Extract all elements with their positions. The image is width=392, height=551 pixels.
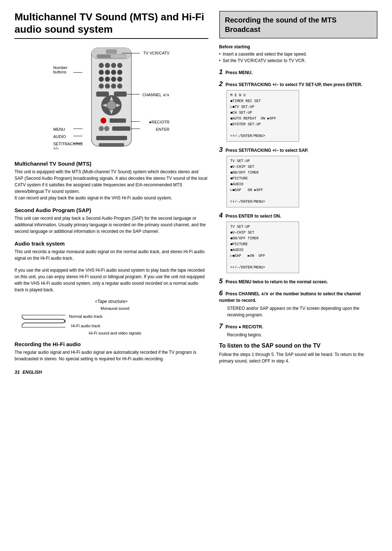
svg-rect-22	[96, 92, 109, 97]
mts-text: This unit is equipped with the MTS (Mult…	[15, 169, 208, 201]
step-6-num: 6	[219, 289, 223, 297]
svg-point-12	[111, 70, 116, 75]
sap-section: Second Audio Program (SAP) This unit can…	[15, 207, 208, 235]
svg-point-14	[99, 77, 104, 82]
step-2-num: 2	[219, 80, 223, 88]
svg-rect-23	[114, 92, 127, 97]
step-7-num: 7	[219, 323, 223, 330]
svg-point-33	[104, 126, 109, 131]
label-rec-otr: ●REC/OTR	[149, 120, 170, 124]
svg-point-30	[101, 118, 106, 123]
svg-point-19	[105, 84, 110, 89]
step-2-text: Press SET/TRACKING +/– to select TV SET-…	[225, 82, 362, 87]
svg-point-11	[105, 70, 110, 75]
svg-point-32	[99, 126, 104, 131]
svg-rect-3	[106, 49, 117, 54]
menu-display-3: TV SET-UP ■V–CHIP SET ■ON/OFF TIMER ■PIC…	[226, 156, 299, 207]
svg-rect-34	[112, 126, 130, 131]
before-starting-section: Before starting Insert a cassette and se…	[219, 44, 378, 64]
tape-structure-diagram: <Tape structure> Monaural sound No	[15, 299, 208, 335]
hifi-audio-track-label: Hi-Fi audio track	[69, 324, 102, 328]
page-footer: 31 ENGLISH	[15, 369, 208, 375]
page-title: Multichannel TV Sound (MTS) and Hi-Fi au…	[15, 11, 208, 39]
monaural-label: Monaural sound	[22, 306, 208, 311]
hifi-recording-title: Recording the Hi-Fi audio	[15, 341, 208, 347]
svg-point-7	[105, 63, 110, 68]
step-6: 6 Press CHANNEL ∧/∨ or the number button…	[219, 289, 378, 318]
left-column: Multichannel TV Sound (MTS) and Hi-Fi au…	[15, 11, 208, 375]
audio-track-section: Audio track system This unit records a r…	[15, 240, 208, 293]
svg-rect-35	[96, 136, 127, 140]
step-7: 7 Press ● REC/OTR. Recording begins.	[219, 323, 378, 338]
label-enter: ENTER	[156, 127, 169, 131]
svg-point-15	[105, 77, 110, 82]
svg-rect-36	[99, 143, 124, 147]
svg-point-8	[111, 63, 116, 68]
label-number-buttons: Numberbuttons	[53, 65, 68, 74]
highlight-header: Recording the sound of the MTS Broadcast	[219, 11, 378, 39]
page-number: 31	[15, 369, 20, 375]
step-3-num: 3	[219, 146, 223, 153]
step-6-text: Press CHANNEL ∧/∨ or the number buttons …	[219, 291, 361, 303]
svg-point-13	[117, 70, 122, 75]
step-5-num: 5	[219, 277, 223, 285]
right-col-title: Recording the sound of the MTS Broadcast	[225, 15, 372, 34]
listen-text: Follow the steps 1 through 5. The SAP so…	[219, 351, 378, 364]
label-menu: MENU	[53, 127, 65, 131]
step-7-text: Press ● REC/OTR.	[225, 324, 263, 329]
step-1-text: Press MENU.	[225, 70, 253, 75]
svg-point-21	[117, 84, 122, 89]
audio-track-text2: If you use the unit equipped with the VH…	[15, 267, 208, 293]
hifi-signal-label: Hi-Fi sound and video signals	[22, 331, 208, 335]
label-channel: CHANNEL ∧/∨	[142, 93, 169, 97]
hifi-recording-section: Recording the Hi-Fi audio The regular au…	[15, 341, 208, 362]
svg-point-10	[99, 70, 104, 75]
step-3-text: Press SET/TRACKING +/– to select SAP.	[225, 148, 308, 153]
step-4-num: 4	[219, 212, 223, 219]
language-label: ENGLISH	[23, 370, 42, 375]
svg-point-6	[99, 63, 104, 68]
svg-point-9	[117, 63, 122, 68]
svg-point-18	[99, 84, 104, 89]
step-3: 3 Press SET/TRACKING +/– to select SAP. …	[219, 146, 378, 207]
svg-point-16	[111, 77, 116, 82]
step-5: 5 Press MENU twice to return to the norm…	[219, 277, 378, 285]
mts-section: Multichannel TV Sound (MTS) This unit is…	[15, 161, 208, 201]
step-6-sub: STEREO and/or SAP appears on the TV scre…	[227, 305, 378, 318]
svg-point-17	[117, 77, 122, 82]
step-4-text: Press ENTER to select ON.	[225, 214, 281, 219]
svg-point-20	[111, 84, 116, 89]
listen-title: To listen to the SAP sound on the TV	[219, 343, 378, 349]
menu-display-2: M E N U ■TIMER REC SET ▷■TV SET-UP ■CH S…	[226, 90, 299, 142]
right-column: Recording the sound of the MTS Broadcast…	[219, 11, 378, 375]
mts-title: Multichannel TV Sound (MTS)	[15, 161, 208, 167]
audio-track-title: Audio track system	[15, 240, 208, 247]
sap-text: This unit can record and play back a Sec…	[15, 215, 208, 235]
bullet-1: Insert a cassette and select the tape sp…	[219, 51, 378, 57]
step-4: 4 Press ENTER to select ON. TV SET-UP ■V…	[219, 212, 378, 273]
svg-rect-31	[110, 118, 126, 123]
bullet-2: Set the TV VCR/CATV selector to TV VCR.	[219, 57, 378, 64]
normal-audio-track-label: Normal audio track	[69, 314, 102, 319]
sap-title: Second Audio Program (SAP)	[15, 207, 208, 213]
step-2: 2 Press SET/TRACKING +/– to select TV SE…	[219, 80, 378, 142]
before-starting-title: Before starting	[219, 44, 378, 49]
step-7-sub: Recording begins.	[227, 332, 378, 338]
label-tv-vcr: TV VCR/CATV	[143, 51, 170, 55]
menu-display-4: TV SET-UP ■V–CHIP SET ■ON/OFF TIMER ■PIC…	[226, 222, 299, 273]
svg-point-25	[107, 101, 116, 110]
listen-section: To listen to the SAP sound on the TV Fol…	[219, 343, 378, 364]
audio-track-text1: This unit records a regular monaural aud…	[15, 248, 208, 262]
hifi-recording-text: The regular audio signal and Hi-Fi audio…	[15, 349, 208, 362]
step-1: 1 Press MENU.	[219, 68, 378, 76]
step-5-text: Press MENU twice to return to the normal…	[225, 279, 328, 284]
step-1-num: 1	[219, 68, 223, 76]
svg-rect-5	[97, 54, 111, 58]
label-audio: AUDIO	[53, 134, 66, 139]
remote-diagram: TV VCR/CATV Numberbuttons CHANNEL ∧/∨ ●R…	[15, 44, 208, 153]
tape-structure-title: <Tape structure>	[15, 299, 208, 304]
